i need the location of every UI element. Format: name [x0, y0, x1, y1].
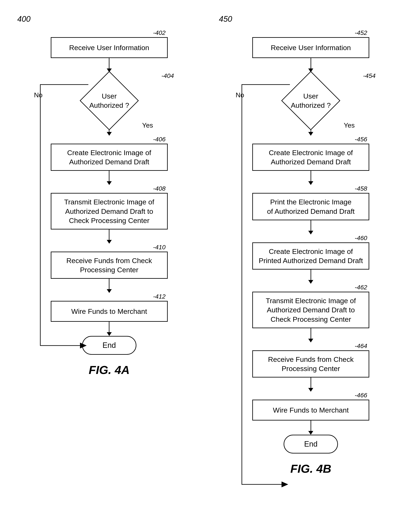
diagram-4a-id: 400	[17, 15, 30, 24]
ref-460: -460	[355, 234, 367, 242]
diamond-454-section: User Authorized ? No	[217, 80, 405, 121]
end-node-4b: End	[284, 435, 338, 454]
ref-404: -404	[161, 72, 174, 79]
diagram-4b-flow: -452 Receive User Information -454 User …	[217, 29, 405, 454]
node-458: Print the Electronic Imageof Authorized …	[252, 193, 369, 220]
yes-label-4b: Yes	[344, 121, 355, 129]
no-label-4a: No	[34, 91, 43, 99]
diamond-404-section: User Authorized ? No	[15, 80, 203, 121]
diamond-row: User Authorized ?	[15, 80, 203, 121]
page: 400 -402 Receive User Information -404 U…	[0, 0, 420, 488]
ref-408: -408	[153, 185, 166, 192]
fig-label-4a: FIG. 4A	[15, 363, 203, 377]
ref-454: -454	[363, 72, 375, 79]
yes-label-4a: Yes	[142, 121, 153, 129]
no-branch-arrowhead-4b	[282, 482, 288, 487]
ref-464: -464	[355, 342, 367, 349]
ref-458: -458	[355, 185, 367, 192]
ref-456: -456	[355, 136, 367, 143]
ref-466: -466	[355, 392, 367, 399]
end-node-4a: End	[82, 336, 136, 355]
diagram-4a-flow: -402 Receive User Information -404 User …	[15, 29, 203, 355]
node-456: Create Electronic Image ofAuthorized Dem…	[252, 144, 369, 171]
node-452: Receive User Information	[252, 37, 369, 58]
node-402: Receive User Information	[51, 37, 168, 58]
ref-452: -452	[355, 29, 367, 36]
node-466: Wire Funds to Merchant	[252, 400, 369, 421]
node-454: User Authorized ?	[281, 71, 340, 130]
ref-402: -402	[153, 29, 166, 36]
ref-406: -406	[153, 136, 166, 143]
diagram-4b: 450 -452 Receive User Information -454 U…	[217, 13, 405, 476]
node-408: Transmit Electronic Image ofAuthorized D…	[51, 193, 168, 230]
diagram-4b-id: 450	[219, 15, 232, 24]
ref-412: -412	[153, 293, 166, 300]
node-406: Create Electronic Image ofAuthorized Dem…	[51, 144, 168, 171]
diagram-4a: 400 -402 Receive User Information -404 U…	[15, 13, 203, 476]
ref-462: -462	[355, 284, 367, 291]
fig-label-4b: FIG. 4B	[217, 462, 405, 476]
node-410: Receive Funds from CheckProcessing Cente…	[51, 252, 168, 279]
ref-410: -410	[153, 244, 166, 251]
node-464: Receive Funds from CheckProcessing Cente…	[252, 350, 369, 378]
no-label-4b: No	[236, 91, 244, 99]
node-412: Wire Funds to Merchant	[51, 301, 168, 322]
node-460: Create Electronic Image ofPrinted Author…	[252, 242, 369, 269]
node-462: Transmit Electronic Image ofAuthorized D…	[252, 292, 369, 328]
node-404: User Authorized ?	[80, 71, 139, 130]
